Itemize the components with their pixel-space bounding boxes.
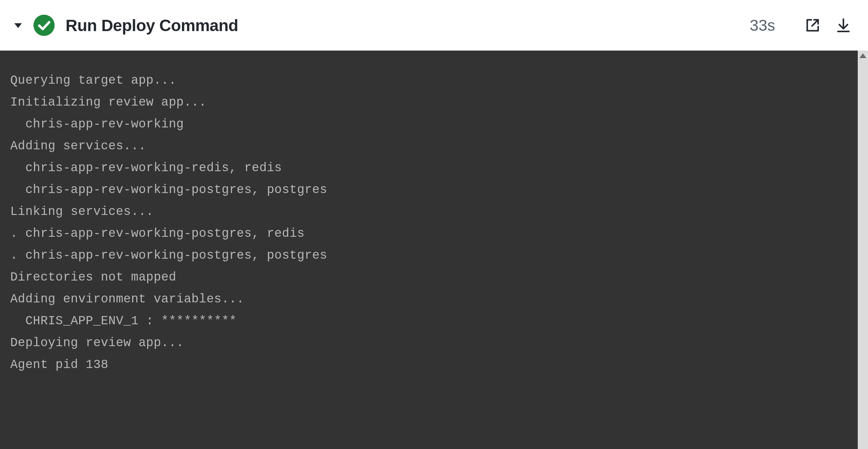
- log-line: . chris-app-rev-working-postgres, postgr…: [10, 245, 850, 267]
- step-duration: 33s: [750, 16, 775, 35]
- caret-down-icon[interactable]: [12, 19, 24, 31]
- check-circle-icon: [33, 15, 55, 36]
- log-line: Initializing review app...: [10, 92, 850, 113]
- step-header[interactable]: Run Deploy Command 33s: [0, 0, 868, 51]
- log-line: chris-app-rev-working-redis, redis: [10, 157, 850, 179]
- log-line: Adding environment variables...: [10, 288, 850, 310]
- log-line: chris-app-rev-working: [10, 113, 850, 135]
- scrollbar[interactable]: [858, 51, 868, 449]
- step-title: Run Deploy Command: [66, 16, 238, 35]
- log-line: Agent pid 138: [10, 354, 850, 376]
- log-line: Linking services...: [10, 201, 850, 223]
- step-panel: Run Deploy Command 33s Querying target a…: [0, 0, 868, 449]
- download-icon[interactable]: [834, 16, 853, 35]
- log-line: Deploying review app...: [10, 332, 850, 354]
- external-link-icon[interactable]: [803, 16, 822, 35]
- svg-point-1: [33, 15, 55, 36]
- log-line: Adding services...: [10, 135, 850, 157]
- log-line: CHRIS_APP_ENV_1 : **********: [10, 310, 850, 332]
- log-line: chris-app-rev-working-postgres, postgres: [10, 179, 850, 201]
- log-output: Querying target app... Initializing revi…: [0, 51, 868, 449]
- log-line: . chris-app-rev-working-postgres, redis: [10, 223, 850, 245]
- svg-marker-0: [14, 23, 22, 28]
- scroll-up-icon[interactable]: [859, 53, 866, 58]
- log-body[interactable]: Querying target app... Initializing revi…: [0, 51, 858, 449]
- log-line: Querying target app...: [10, 70, 850, 92]
- log-line: Directories not mapped: [10, 267, 850, 288]
